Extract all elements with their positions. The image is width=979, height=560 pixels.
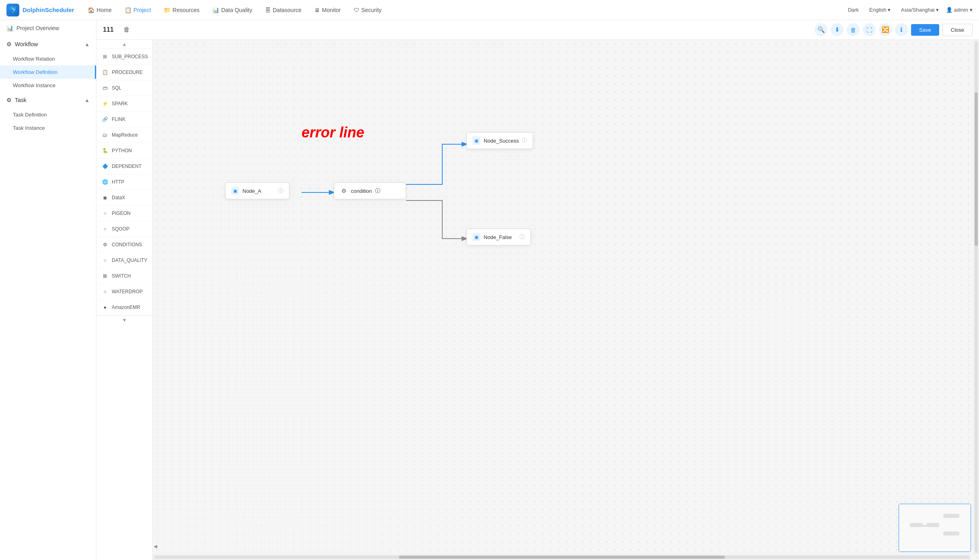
info-button[interactable]: ℹ <box>895 23 908 36</box>
project-overview-icon: 📊 <box>6 25 13 31</box>
vertical-scrollbar[interactable] <box>973 40 979 554</box>
h-scrollbar-track[interactable] <box>154 556 969 559</box>
task-item-amazon-emr[interactable]: ●AmazonEMR <box>96 300 152 315</box>
task-label-dependent: DEPENDENT <box>112 164 142 169</box>
node-success-info-icon[interactable]: ⓘ <box>522 137 527 144</box>
task-icon-sqoop: ○ <box>101 225 109 233</box>
task-item-sub-process[interactable]: ⊞SUB_PROCESS <box>96 49 152 65</box>
sidebar-workflow-section: ⚙ Workflow ▲ Workflow Relation Workflow … <box>0 36 96 92</box>
main-content: 111 🗑 🔍 ⬇ 🗑 ⛶ 🔀 ℹ Save Close ▲ ⊞SUB_PROC… <box>96 20 979 560</box>
workflow-canvas[interactable]: error line ▣ Node_A ⓘ ⚙ condition ⓘ <box>153 40 979 560</box>
sidebar-item-task-instance[interactable]: Task Instance <box>0 121 96 135</box>
horizontal-scrollbar[interactable]: ◀ <box>153 554 971 560</box>
nav-resources[interactable]: 📁 Resources <box>158 4 205 16</box>
app-logo[interactable]: 🐬 DolphinScheduler <box>6 4 74 16</box>
task-icon-sql: 🗃 <box>101 84 109 92</box>
canvas-nodes: error line ▣ Node_A ⓘ ⚙ condition ⓘ <box>153 40 979 560</box>
node-success-label: Node_Success <box>484 138 519 144</box>
node-a-label: Node_A <box>242 188 275 194</box>
task-item-switch[interactable]: ⊠SWITCH <box>96 268 152 284</box>
task-item-data-quality[interactable]: ○DATA_QUALITY <box>96 253 152 268</box>
data-quality-icon: 📊 <box>212 7 219 13</box>
search-button[interactable]: 🔍 <box>815 23 827 36</box>
workflow-id: 111 <box>103 26 114 33</box>
task-item-sql[interactable]: 🗃SQL <box>96 80 152 96</box>
sidebar-item-workflow-definition[interactable]: Workflow Definition <box>0 65 96 79</box>
task-item-spark[interactable]: ⚡SPARK <box>96 96 152 112</box>
task-item-dependent[interactable]: 🔷DEPENDENT <box>96 159 152 174</box>
chevron-down-icon3: ▾ <box>970 7 973 13</box>
task-item-waterdrop[interactable]: ○WATERDROP <box>96 284 152 300</box>
task-icon-procedure: 📋 <box>101 69 109 76</box>
nav-monitor[interactable]: 🖥 Monitor <box>309 4 347 16</box>
sidebar-item-workflow-instance[interactable]: Workflow Instance <box>0 79 96 92</box>
download-button[interactable]: ⬇ <box>831 23 844 36</box>
sidebar-task-group[interactable]: ⚙ Task ▲ <box>0 92 96 108</box>
resources-icon: 📁 <box>164 7 170 13</box>
task-icon-python: 🐍 <box>101 147 109 154</box>
project-icon: 📋 <box>125 7 131 13</box>
home-icon: 🏠 <box>88 7 94 13</box>
node-success[interactable]: ▣ Node_Success ⓘ <box>466 132 533 149</box>
node-a[interactable]: ▣ Node_A ⓘ <box>225 182 289 199</box>
language-dropdown[interactable]: English ▾ <box>866 5 894 14</box>
nav-security[interactable]: 🛡 Security <box>348 4 388 16</box>
canvas-wrapper: ▲ ⊞SUB_PROCESS📋PROCEDURE🗃SQL⚡SPARK🔗FLINK… <box>96 40 979 560</box>
condition-info-icon[interactable]: ⓘ <box>375 187 380 194</box>
panel-scroll-up-button[interactable]: ▲ <box>122 41 127 47</box>
task-icon-mapreduce: 🗂 <box>101 131 109 139</box>
minimap-svg <box>899 504 971 552</box>
task-item-datax[interactable]: ◉DataX <box>96 190 152 206</box>
panel-scroll-down-button[interactable]: ▼ <box>122 317 127 323</box>
node-false-label: Node_False <box>484 234 516 240</box>
v-scrollbar-thumb[interactable] <box>975 92 978 246</box>
nav-project[interactable]: 📋 Project <box>119 4 157 16</box>
nav-datasource[interactable]: 🗄 Datasource <box>259 4 307 16</box>
fullscreen-button[interactable]: ⛶ <box>863 23 876 36</box>
task-label-datax: DataX <box>112 195 125 200</box>
task-label-http: HTTP <box>112 179 124 185</box>
sidebar-workflow-group[interactable]: ⚙ Workflow ▲ <box>0 36 96 52</box>
sidebar-item-project-overview[interactable]: 📊 Project Overview <box>0 20 96 36</box>
task-icon-dependent: 🔷 <box>101 163 109 170</box>
theme-toggle[interactable]: Dark <box>845 5 862 14</box>
user-menu[interactable]: 👤 admin ▾ <box>946 7 973 13</box>
task-item-conditions[interactable]: ⚙CONDITIONS <box>96 237 152 253</box>
task-label-pigeon: PIGEON <box>112 211 131 216</box>
v-scrollbar-track[interactable] <box>975 41 978 553</box>
node-condition[interactable]: ⚙ condition ⓘ <box>334 182 406 199</box>
format-button[interactable]: 🔀 <box>879 23 892 36</box>
task-label-data-quality: DATA_QUALITY <box>112 258 147 263</box>
chevron-up-icon: ▲ <box>84 41 90 47</box>
delete-workflow-button[interactable]: 🗑 <box>120 23 133 36</box>
nav-home[interactable]: 🏠 Home <box>82 4 117 16</box>
sidebar-item-workflow-relation[interactable]: Workflow Relation <box>0 52 96 65</box>
task-item-mapreduce[interactable]: 🗂MapReduce <box>96 127 152 143</box>
task-item-python[interactable]: 🐍PYTHON <box>96 143 152 159</box>
close-button[interactable]: Close <box>942 24 973 36</box>
delete-button[interactable]: 🗑 <box>847 23 860 36</box>
canvas-scroll-left-button[interactable]: ◀ <box>154 544 157 549</box>
task-item-pigeon[interactable]: ○PIGEON <box>96 206 152 221</box>
task-item-flink[interactable]: 🔗FLINK <box>96 112 152 127</box>
save-button[interactable]: Save <box>911 24 939 36</box>
node-false-info-icon[interactable]: ⓘ <box>519 233 525 241</box>
task-label-spark: SPARK <box>112 101 128 106</box>
h-scrollbar-thumb[interactable] <box>399 556 725 559</box>
timezone-dropdown[interactable]: Asia/Shanghai ▾ <box>898 5 942 14</box>
sidebar-item-task-definition[interactable]: Task Definition <box>0 108 96 121</box>
connections-svg <box>153 40 979 560</box>
task-item-http[interactable]: 🌐HTTP <box>96 174 152 190</box>
task-items-container: ⊞SUB_PROCESS📋PROCEDURE🗃SQL⚡SPARK🔗FLINK🗂M… <box>96 49 152 315</box>
logo-icon: 🐬 <box>6 4 19 16</box>
node-a-info-icon[interactable]: ⓘ <box>278 187 283 194</box>
app-body: 📊 Project Overview ⚙ Workflow ▲ Workflow… <box>0 20 979 560</box>
nav-data-quality[interactable]: 📊 Data Quality <box>207 4 258 16</box>
minimap <box>899 504 971 552</box>
task-item-sqoop[interactable]: ○SQOOP <box>96 221 152 237</box>
user-avatar-icon: 👤 <box>946 7 952 13</box>
node-false[interactable]: ▣ Node_False ⓘ <box>466 229 531 245</box>
task-item-procedure[interactable]: 📋PROCEDURE <box>96 65 152 80</box>
task-label-flink: FLINK <box>112 116 125 122</box>
chevron-up-icon2: ▲ <box>84 97 90 103</box>
